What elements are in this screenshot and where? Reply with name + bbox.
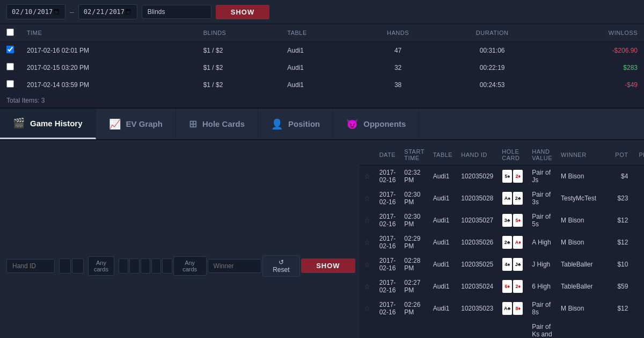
tab-hole-cards-label: Hole Cards (202, 119, 245, 128)
tabs-row: 🎬 Game History 📈 EV Graph ⊞ Hole Cards 👤… (0, 109, 644, 140)
date-to-input[interactable] (78, 4, 137, 19)
tab-hole-cards[interactable]: ⊞ Hole Cards (176, 109, 258, 139)
hand-start-time: 02:30 PM (400, 210, 428, 232)
session-time: 2017-02-15 03:20 PM (20, 59, 197, 76)
favorite-star[interactable]: ☆ (364, 260, 371, 269)
hands-col-start-time: START TIME (400, 145, 428, 166)
filter-bar: – Blinds Table SHOW (0, 0, 644, 24)
hand-start-time: 02:26 PM (400, 298, 428, 320)
hand-value: Pair of 8s (528, 298, 557, 320)
session-row: 2017-02-16 02:01 PM $1 / $2 Audi1 47 00:… (0, 42, 644, 59)
date-from-input[interactable] (6, 4, 65, 19)
hands-col-hand-id: HAND ID (457, 145, 497, 166)
hand-show-button[interactable]: SHOW (301, 258, 355, 273)
winner-input[interactable] (208, 259, 261, 273)
select-all-checkbox[interactable] (6, 28, 14, 36)
favorite-star[interactable]: ☆ (364, 282, 371, 291)
card-slot-2a[interactable] (119, 258, 128, 274)
hand-id: 102035027 (457, 210, 497, 232)
tab-game-history-label: Game History (30, 119, 83, 128)
session-duration: 00:31:06 (439, 42, 546, 59)
date-separator: – (70, 8, 74, 16)
hand-table: Audi1 (429, 276, 457, 298)
hands-col-date: DATE (375, 145, 400, 166)
opponents-icon: 😈 (346, 118, 358, 130)
hand-date: 2017-02-16 (375, 320, 400, 339)
total-items: Total Items: 3 (0, 94, 644, 109)
tab-game-history[interactable]: 🎬 Game History (0, 109, 96, 139)
session-table: Audi1 (281, 76, 357, 94)
session-checkbox[interactable] (6, 63, 14, 70)
favorite-star[interactable]: ☆ (364, 172, 371, 181)
hand-hole-cards: 4♠J♣ (502, 258, 523, 271)
hand-start-time: 02:28 PM (400, 254, 428, 276)
hand-table: Audi1 (429, 210, 457, 232)
col-duration: DURATION (439, 24, 546, 42)
hands-col-winner: WINNER (557, 145, 601, 166)
hand-profit: -$1 (632, 276, 644, 298)
game-history-icon: 🎬 (13, 117, 25, 129)
hand-winner: M Bison (557, 210, 601, 232)
card-slot-2e[interactable] (162, 258, 172, 274)
session-time: 2017-02-14 03:59 PM (20, 76, 197, 94)
filter-type-select[interactable]: Blinds Table (142, 5, 211, 19)
hand-date: 2017-02-16 (375, 166, 400, 188)
hand-profit: $2 (632, 166, 644, 188)
session-row: 2017-02-15 03:20 PM $1 / $2 Audi1 32 00:… (0, 59, 644, 76)
hands-col-hand-value: HAND VALUE (528, 145, 557, 166)
hand-winner: TableBaller (557, 320, 601, 339)
hand-id-input[interactable] (6, 259, 55, 273)
hand-value: Pair of Ks and 4s, Pair of Ks, Pair of K… (528, 320, 557, 339)
favorite-star[interactable]: ☆ (364, 304, 371, 313)
hand-pot: $12 (601, 298, 632, 320)
session-checkbox[interactable] (6, 46, 14, 53)
playing-card: 6♦ (502, 280, 512, 293)
hand-profit: $8 (632, 298, 644, 320)
any-cards-button-2[interactable]: Any cards (173, 256, 207, 276)
session-checkbox[interactable] (6, 80, 14, 88)
card-slot-2c[interactable] (141, 258, 150, 274)
any-cards-button-1[interactable]: Any cards (88, 256, 114, 276)
hand-value: Pair of 3s (528, 188, 557, 210)
hand-start-time: 02:24 PM (400, 320, 428, 339)
card-slot-1b[interactable] (72, 258, 84, 274)
reset-button[interactable]: ↺ Reset (262, 255, 301, 277)
hand-hole-cards: A♠2♣ (502, 192, 523, 205)
hand-row: ☆ 2017-02-16 02:29 PM Audi1 102035026 2♣… (360, 232, 644, 254)
favorite-star[interactable]: ☆ (364, 216, 371, 225)
hands-col-pot: POT (601, 145, 632, 166)
col-time: TIME (20, 24, 197, 42)
card-slot-2d[interactable] (151, 258, 161, 274)
tab-position[interactable]: 👤 Position (258, 109, 333, 139)
hand-filter-bar: Any cards Any cards ↺ Reset SHOW DATE ST… (0, 140, 644, 338)
sessions-table: TIME BLINDS TABLE HANDS DURATION WINLOSS… (0, 24, 644, 94)
playing-card: 2♦ (513, 280, 523, 293)
session-winloss: $283 (545, 59, 644, 76)
hand-pot: $10 (601, 254, 632, 276)
playing-card: 5♠ (502, 170, 512, 183)
session-hands: 32 (357, 59, 439, 76)
hands-col-hole-card: HOLE CARD (497, 145, 528, 166)
favorite-star[interactable]: ☆ (364, 194, 371, 203)
hand-pot: $12 (601, 210, 632, 232)
card-slot-2b[interactable] (129, 258, 139, 274)
session-table: Audi1 (281, 59, 357, 76)
tab-position-label: Position (288, 119, 320, 128)
tab-ev-graph[interactable]: 📈 EV Graph (96, 109, 176, 139)
hand-hole-cards: 2♣A♦ (502, 236, 523, 249)
hand-start-time: 02:32 PM (400, 166, 428, 188)
filter-show-button[interactable]: SHOW (216, 5, 269, 19)
hand-row: ☆ 2017-02-16 02:26 PM Audi1 102035023 A♣… (360, 298, 644, 320)
hand-winner: M Bison (557, 298, 601, 320)
hand-value: Pair of Js (528, 166, 557, 188)
card-slot-1a[interactable] (59, 258, 71, 274)
favorite-star[interactable]: ☆ (364, 238, 371, 247)
session-hands: 38 (357, 76, 439, 94)
hand-profit: -$213.20 (632, 320, 644, 339)
hand-table: Audi1 (429, 188, 457, 210)
playing-card: A♣ (502, 302, 512, 315)
tab-opponents[interactable]: 😈 Opponents (333, 109, 419, 139)
hand-date: 2017-02-16 (375, 232, 400, 254)
ev-graph-icon: 📈 (109, 118, 121, 130)
position-icon: 👤 (271, 118, 283, 130)
